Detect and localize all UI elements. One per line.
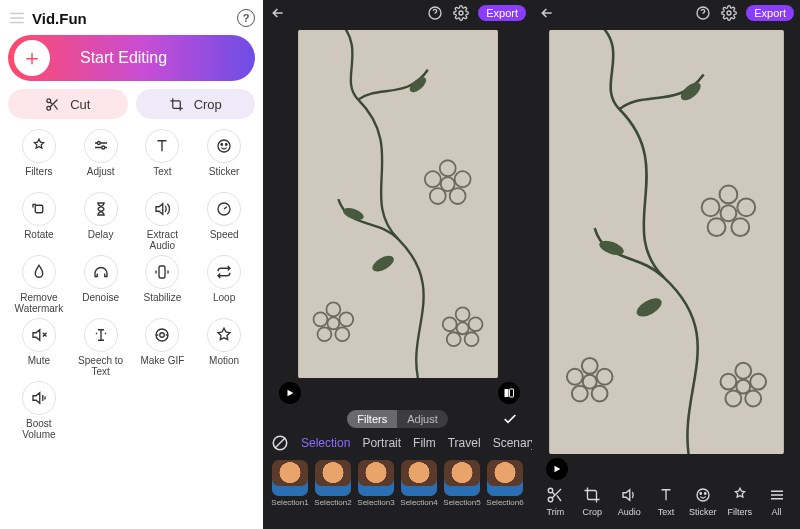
start-editing-button[interactable]: ＋ Start Editing bbox=[8, 35, 255, 81]
export-button[interactable]: Export bbox=[746, 5, 794, 21]
tool-rotate[interactable]: Rotate bbox=[10, 192, 68, 251]
filter-category-film[interactable]: Film bbox=[413, 436, 436, 450]
tool-stabilize[interactable]: Stabilize bbox=[133, 255, 191, 314]
tool-motion[interactable]: Motion bbox=[195, 318, 253, 377]
tool-extract-audio[interactable]: Extract Audio bbox=[133, 192, 191, 251]
filter-thumb-image bbox=[401, 460, 437, 496]
tool-label: Adjust bbox=[87, 166, 115, 188]
filter-category-scenary[interactable]: Scenary bbox=[493, 436, 532, 450]
preview-image bbox=[298, 30, 498, 378]
help-icon[interactable] bbox=[694, 4, 712, 22]
filter-category-selection[interactable]: Selection bbox=[301, 436, 350, 450]
tool-grid: FiltersAdjustTextStickerRotateDelayExtra… bbox=[8, 129, 255, 440]
tool-label: Loop bbox=[213, 292, 235, 314]
toolbar-sticker[interactable]: Sticker bbox=[685, 486, 720, 517]
toolbar-label: Trim bbox=[547, 507, 565, 517]
crop-button[interactable]: Crop bbox=[136, 89, 256, 119]
video-preview[interactable] bbox=[298, 30, 498, 378]
filter-thumb-label: Selection6 bbox=[486, 498, 523, 507]
sidebar: Vid.Fun ? ＋ Start Editing Cut Crop Filte… bbox=[0, 0, 263, 529]
rotate-icon bbox=[22, 192, 56, 226]
filter-category-travel[interactable]: Travel bbox=[448, 436, 481, 450]
back-icon[interactable] bbox=[269, 4, 287, 22]
toolbar-trim[interactable]: Trim bbox=[538, 486, 573, 517]
tool-label: Make GIF bbox=[140, 355, 184, 377]
tool-label: Boost Volume bbox=[10, 418, 68, 440]
play-button[interactable] bbox=[546, 458, 568, 480]
filter-category-row: SelectionPortraitFilmTravelScenary bbox=[263, 430, 532, 456]
speech-to-text-icon bbox=[84, 318, 118, 352]
tool-text[interactable]: Text bbox=[133, 129, 191, 188]
audio-icon bbox=[620, 486, 638, 504]
crop-label: Crop bbox=[194, 97, 222, 112]
svg-point-5 bbox=[221, 144, 223, 146]
filter-thumb-label: Selection3 bbox=[357, 498, 394, 507]
tool-filters[interactable]: Filters bbox=[10, 129, 68, 188]
filters-adjust-segment: Filters Adjust bbox=[347, 410, 448, 428]
sticker-icon bbox=[207, 129, 241, 163]
tool-delay[interactable]: Delay bbox=[72, 192, 130, 251]
help-icon[interactable] bbox=[426, 4, 444, 22]
adjust-icon bbox=[84, 129, 118, 163]
svg-point-2 bbox=[97, 142, 100, 145]
filter-thumb[interactable]: Selection5 bbox=[443, 460, 481, 507]
preview-area bbox=[532, 26, 800, 454]
hamburger-icon[interactable] bbox=[8, 9, 26, 27]
tool-label: Extract Audio bbox=[133, 229, 191, 251]
svg-point-4 bbox=[218, 140, 230, 152]
scissors-icon bbox=[45, 97, 60, 112]
make-gif-icon bbox=[145, 318, 179, 352]
svg-rect-9 bbox=[159, 266, 165, 278]
no-filter-icon[interactable] bbox=[271, 434, 289, 452]
toolbar-label: Filters bbox=[727, 507, 752, 517]
tool-speed[interactable]: Speed bbox=[195, 192, 253, 251]
back-icon[interactable] bbox=[538, 4, 556, 22]
toolbar-label: Text bbox=[658, 507, 675, 517]
sidebar-header: Vid.Fun ? bbox=[8, 7, 255, 29]
toolbar-label: Sticker bbox=[689, 507, 717, 517]
filter-thumb-row: Selection1Selection2Selection3Selection4… bbox=[263, 456, 532, 513]
apply-check-icon[interactable] bbox=[502, 411, 518, 427]
segment-adjust[interactable]: Adjust bbox=[397, 410, 448, 428]
gear-icon[interactable] bbox=[720, 4, 738, 22]
tool-loop[interactable]: Loop bbox=[195, 255, 253, 314]
tool-label: Delay bbox=[88, 229, 114, 251]
brand-label: Vid.Fun bbox=[32, 10, 87, 27]
tool-make-gif[interactable]: Make GIF bbox=[133, 318, 191, 377]
tool-denoise[interactable]: Denoise bbox=[72, 255, 130, 314]
play-button[interactable] bbox=[279, 382, 301, 404]
tool-boost-volume[interactable]: Boost Volume bbox=[10, 381, 68, 440]
export-button[interactable]: Export bbox=[478, 5, 526, 21]
tool-remove-watermark[interactable]: Remove Watermark bbox=[10, 255, 68, 314]
tool-sticker[interactable]: Sticker bbox=[195, 129, 253, 188]
cut-label: Cut bbox=[70, 97, 90, 112]
compare-button[interactable] bbox=[498, 382, 520, 404]
svg-point-11 bbox=[160, 333, 165, 338]
tool-speech-to-text[interactable]: Speech to Text bbox=[72, 318, 130, 377]
all-icon bbox=[768, 486, 786, 504]
text-icon bbox=[657, 486, 675, 504]
tool-adjust[interactable]: Adjust bbox=[72, 129, 130, 188]
video-preview[interactable] bbox=[549, 30, 784, 454]
filter-category-portrait[interactable]: Portrait bbox=[362, 436, 401, 450]
filter-thumb[interactable]: Selection4 bbox=[400, 460, 438, 507]
toolbar-text[interactable]: Text bbox=[649, 486, 684, 517]
svg-point-6 bbox=[226, 144, 228, 146]
tool-label: Text bbox=[153, 166, 171, 188]
filter-thumb[interactable]: Selection3 bbox=[357, 460, 395, 507]
filter-thumb[interactable]: Selection1 bbox=[271, 460, 309, 507]
svg-point-66 bbox=[700, 493, 702, 495]
toolbar-crop[interactable]: Crop bbox=[575, 486, 610, 517]
help-icon[interactable]: ? bbox=[237, 9, 255, 27]
toolbar-all[interactable]: All bbox=[759, 486, 794, 517]
filter-thumb[interactable]: Selection2 bbox=[314, 460, 352, 507]
filter-thumb[interactable]: Selection6 bbox=[486, 460, 524, 507]
toolbar-filters[interactable]: Filters bbox=[722, 486, 757, 517]
segment-filters[interactable]: Filters bbox=[347, 410, 397, 428]
cut-button[interactable]: Cut bbox=[8, 89, 128, 119]
play-row bbox=[263, 378, 532, 408]
toolbar-audio[interactable]: Audio bbox=[612, 486, 647, 517]
tool-mute[interactable]: Mute bbox=[10, 318, 68, 377]
gear-icon[interactable] bbox=[452, 4, 470, 22]
svg-point-65 bbox=[697, 489, 709, 501]
